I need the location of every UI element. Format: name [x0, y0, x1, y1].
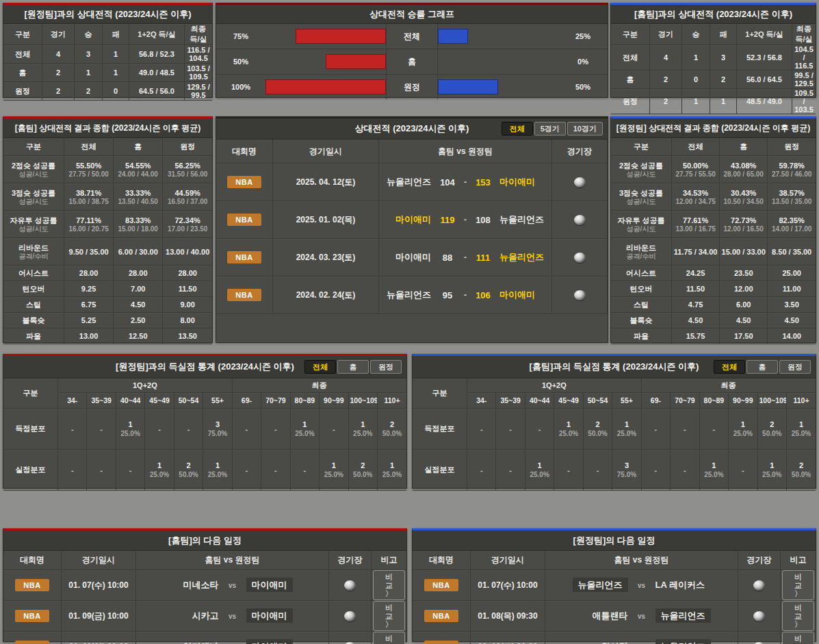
summary-value-cell: 82.35%14.00 / 17.00	[768, 211, 816, 238]
compare-button[interactable]: 비교 〉	[373, 570, 405, 600]
summary-table-head: 구분전체홈원정	[611, 138, 816, 156]
stat-value: 4.50	[769, 315, 814, 325]
panel-title-bar: [홈팀]의 다음 일정	[3, 530, 406, 551]
game-percent: 25.0%	[788, 429, 814, 438]
graph-row-label: 홈	[386, 49, 438, 74]
panel-title-bar: [원정팀]과의 상대전적 (2023/24시즌 이후)	[3, 5, 212, 24]
empty-value: -	[509, 425, 512, 433]
h2h-match-cell: 뉴올리언즈95-106마이애미	[379, 276, 552, 314]
record-cell: 116.5 / 104.5	[185, 45, 213, 64]
tab-원정[interactable]: 원정	[779, 360, 811, 374]
scoring-range-label: 34-	[467, 393, 496, 409]
schedule-date-cell: 01. 07(수) 10:00	[62, 570, 136, 601]
scoring-value-cell: 250.0%	[583, 409, 612, 450]
game-count: 2	[585, 420, 610, 429]
compare-button[interactable]: 비교 〉	[373, 632, 405, 644]
summary-value-cell: 4.50	[768, 313, 816, 329]
scoring-range-label: 110+	[786, 393, 816, 409]
summary-row-label: 턴오버	[3, 281, 64, 297]
stat-sub-value: 28.00 / 65.00	[721, 170, 766, 179]
empty-value: -	[684, 466, 686, 474]
stadium-icon[interactable]	[344, 580, 356, 591]
summary-row-label: 블록슛	[3, 313, 64, 329]
summary-row: 턴오버11.5012.0011.00	[611, 281, 816, 297]
right-percent-label: 50%	[558, 83, 608, 91]
tab-5경기[interactable]: 5경기	[534, 122, 566, 136]
compare-button[interactable]: 비교 〉	[782, 632, 814, 644]
away-score: 111	[473, 253, 493, 263]
h2h-league-cell: NBA	[216, 164, 273, 201]
game-percent: 50.0%	[176, 470, 201, 479]
vs-label: vs	[225, 613, 240, 620]
schedule-row: NBA01. 08(목) 09:30애틀랜타vs뉴올리언즈비교 〉	[413, 601, 816, 632]
tab-전체[interactable]: 전체	[502, 122, 533, 136]
h2h-header-note: 비고	[608, 140, 608, 164]
right-bar-track	[438, 79, 558, 94]
game-count: 1	[759, 461, 785, 470]
stat-name: 턴오버	[5, 284, 62, 294]
compare-button[interactable]: 비교 〉	[782, 570, 814, 600]
compare-button[interactable]: 비교 〉	[373, 601, 405, 631]
game-count: 2	[176, 461, 201, 470]
stat-sub-value: 14.00 / 17.00	[769, 225, 814, 233]
stat-name: 리바운드	[5, 243, 62, 253]
stat-value: 13.00	[66, 331, 112, 341]
summary-row-label: 스틸	[611, 297, 672, 313]
schedule-header-league: 대회명	[413, 551, 471, 570]
away-team-name: 마이애미	[499, 176, 550, 188]
league-badge: NBA	[227, 289, 261, 301]
record-cell: 49.0 / 48.5	[129, 64, 185, 82]
record-header-row: 구분경기승패1+2Q 득/실최종 득/실	[3, 24, 212, 45]
tab-원정[interactable]: 원정	[370, 360, 402, 374]
empty-value: -	[480, 466, 483, 474]
schedule-note-cell: 비교 〉	[781, 570, 816, 601]
tab-10경기[interactable]: 10경기	[567, 122, 603, 136]
game-count: 1	[614, 420, 639, 429]
scoring-value-cell: 250.0%	[348, 450, 377, 491]
empty-value: -	[274, 466, 277, 474]
h2h-date-cell: 2025. 04. 12(토)	[273, 164, 379, 201]
record-header-cell: 구분	[611, 24, 650, 45]
stadium-icon[interactable]	[753, 611, 765, 621]
game-count: 1	[527, 461, 552, 470]
tab-전체[interactable]: 전체	[714, 360, 745, 374]
stadium-icon[interactable]	[574, 290, 586, 300]
tab-홈[interactable]: 홈	[337, 360, 369, 374]
schedule-table-container: 대회명경기일시홈팀 vs 원정팀경기장비고NBA01. 07(수) 10:00미…	[3, 551, 406, 644]
record-cell: 4	[650, 45, 682, 70]
stadium-icon[interactable]	[574, 215, 586, 225]
stadium-icon[interactable]	[574, 177, 586, 188]
empty-value: -	[509, 466, 512, 474]
h2h-note-cell: 결과 〉	[608, 164, 608, 201]
empty-value: -	[684, 425, 686, 433]
schedule-venue-cell	[329, 570, 372, 601]
stat-value: 28.00	[66, 268, 112, 278]
h2h-match: 마이애미88-111뉴올리언즈	[380, 251, 550, 263]
record-header-row: 구분경기승패1+2Q 득/실최종 득/실	[611, 24, 816, 45]
summary-value-cell: 23.50	[720, 266, 768, 281]
empty-value: -	[304, 466, 307, 474]
tab-전체[interactable]: 전체	[304, 360, 336, 374]
stadium-icon[interactable]	[753, 580, 765, 591]
summary-value-cell: 28.00	[114, 266, 163, 281]
stat-value: 2.50	[115, 315, 161, 325]
record-cell: 52.3 / 56.8	[737, 45, 792, 70]
stadium-icon[interactable]	[574, 253, 586, 263]
tab-홈[interactable]: 홈	[746, 360, 778, 374]
game-percent: 25.0%	[146, 470, 172, 479]
stat-sub-value: 13.50 / 35.00	[769, 198, 814, 206]
record-table-head: 구분경기승패1+2Q 득/실최종 득/실	[3, 24, 212, 45]
h2h-match: 뉴올리언즈95-106마이애미	[380, 289, 550, 301]
stadium-icon[interactable]	[344, 611, 356, 621]
scoring-table-head: 구분1Q+2Q최종34-35~3940~4445~4950~5455+69-70…	[413, 378, 816, 409]
compare-button[interactable]: 비교 〉	[782, 601, 814, 631]
game-count: 1	[701, 461, 727, 470]
scoring-value-cell: 125.0%	[377, 450, 406, 491]
h2h-table: 대회명경기일시홈팀 vs 원정팀경기장비고NBA2025. 04. 12(토)뉴…	[216, 140, 608, 314]
summary-value-cell: 12.50	[114, 329, 163, 344]
stat-sub-name: 성공/시도	[612, 170, 670, 178]
scoring-group-label: 최종	[232, 378, 406, 393]
stat-value: 13.00 / 40.00	[164, 247, 211, 257]
empty-value: -	[100, 466, 103, 474]
summary-value-cell: 3.50	[768, 297, 816, 313]
